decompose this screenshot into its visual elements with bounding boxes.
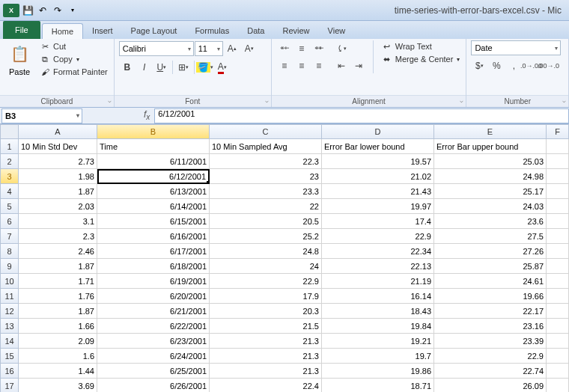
percent-format-button[interactable]: % xyxy=(488,58,505,74)
cell[interactable] xyxy=(547,304,569,319)
cell[interactable]: 3.69 xyxy=(19,379,97,392)
cell[interactable]: 23.39 xyxy=(434,334,547,349)
cell[interactable] xyxy=(547,259,569,274)
cell[interactable]: 20.3 xyxy=(210,304,322,319)
cell[interactable]: 6/14/2001 xyxy=(97,199,210,214)
cell[interactable]: 22.4 xyxy=(210,379,322,392)
name-box[interactable]: B3 xyxy=(1,108,82,123)
fx-icon[interactable]: fx xyxy=(144,109,150,121)
cut-button[interactable]: ✂Cut xyxy=(37,40,109,52)
column-header-D[interactable]: D xyxy=(322,124,434,139)
cell[interactable]: 23.16 xyxy=(434,319,547,334)
cell[interactable]: 21.43 xyxy=(322,184,434,199)
header-cell[interactable]: 10 Min Sampled Avg xyxy=(210,139,322,154)
row-header-14[interactable]: 14 xyxy=(0,334,19,349)
cell[interactable] xyxy=(547,364,569,379)
cell[interactable]: 6/11/2001 xyxy=(97,154,210,169)
formula-bar[interactable]: 6/12/2001 xyxy=(154,108,569,123)
cell[interactable]: 6/13/2001 xyxy=(97,184,210,199)
cell[interactable] xyxy=(547,214,569,229)
orientation-button[interactable]: ⤹▾ xyxy=(333,40,350,57)
tab-review[interactable]: Review xyxy=(273,23,318,39)
cell[interactable]: 21.5 xyxy=(210,319,322,334)
tab-view[interactable]: View xyxy=(319,23,355,39)
cell[interactable]: 18.43 xyxy=(322,304,434,319)
column-header-F[interactable]: F xyxy=(547,124,569,139)
cell[interactable]: 2.09 xyxy=(19,334,97,349)
cell[interactable]: 21.3 xyxy=(210,349,322,364)
cell[interactable]: 19.7 xyxy=(322,349,434,364)
wrap-text-button[interactable]: ↩Wrap Text xyxy=(380,40,462,52)
cell[interactable]: 24.61 xyxy=(434,274,547,289)
cell[interactable] xyxy=(547,349,569,364)
cell[interactable] xyxy=(547,154,569,169)
row-header-15[interactable]: 15 xyxy=(0,349,19,364)
cell[interactable]: 27.5 xyxy=(434,229,547,244)
shrink-font-button[interactable]: A▾ xyxy=(241,40,258,57)
undo-icon[interactable]: ↶ xyxy=(36,4,49,17)
accounting-format-button[interactable]: $▾ xyxy=(471,58,487,74)
align-top-button[interactable]: ⬴ xyxy=(276,40,293,57)
decrease-indent-button[interactable]: ⇤ xyxy=(333,58,350,74)
cell[interactable]: 22.74 xyxy=(434,364,547,379)
paste-button[interactable]: 📋 Paste xyxy=(4,40,34,78)
cell[interactable] xyxy=(547,289,569,304)
cell[interactable]: 2.46 xyxy=(19,244,97,259)
tab-formulas[interactable]: Formulas xyxy=(186,23,238,39)
cell[interactable]: 1.76 xyxy=(19,289,97,304)
cell[interactable]: 19.97 xyxy=(322,199,434,214)
row-header-4[interactable]: 4 xyxy=(0,184,19,199)
cell[interactable]: 19.66 xyxy=(434,289,547,304)
qat-dropdown-icon[interactable]: ▾ xyxy=(66,4,79,17)
row-header-5[interactable]: 5 xyxy=(0,199,19,214)
cell[interactable]: 1.87 xyxy=(19,304,97,319)
cell[interactable]: 23 xyxy=(210,169,322,184)
row-header-3[interactable]: 3 xyxy=(0,169,19,184)
font-color-button[interactable]: A▾ xyxy=(214,59,231,76)
grow-font-button[interactable]: A▴ xyxy=(224,40,240,57)
row-header-2[interactable]: 2 xyxy=(0,154,19,169)
merge-center-button[interactable]: ⬌Merge & Center▾ xyxy=(380,53,462,65)
select-all-corner[interactable] xyxy=(0,124,19,139)
align-left-button[interactable]: ≡ xyxy=(276,58,293,74)
borders-button[interactable]: ⊞▾ xyxy=(175,59,192,76)
cell[interactable] xyxy=(547,229,569,244)
cell[interactable]: 17.9 xyxy=(210,289,322,304)
cell[interactable]: 24.98 xyxy=(434,169,547,184)
cell[interactable]: 24.03 xyxy=(434,199,547,214)
cell[interactable] xyxy=(547,169,569,184)
cell[interactable] xyxy=(547,184,569,199)
tab-data[interactable]: Data xyxy=(238,23,273,39)
column-header-E[interactable]: E xyxy=(434,124,547,139)
align-right-button[interactable]: ≡ xyxy=(311,58,327,74)
row-header-16[interactable]: 16 xyxy=(0,364,19,379)
underline-button[interactable]: U▾ xyxy=(153,59,170,76)
cell[interactable]: 1.71 xyxy=(19,274,97,289)
font-size-combo[interactable]: 11 xyxy=(195,41,223,56)
row-header-10[interactable]: 10 xyxy=(0,274,19,289)
cell[interactable]: 2.03 xyxy=(19,199,97,214)
row-header-12[interactable]: 12 xyxy=(0,304,19,319)
cell[interactable]: 17.4 xyxy=(322,214,434,229)
cell[interactable]: 19.57 xyxy=(322,154,434,169)
cell[interactable]: 22 xyxy=(210,199,322,214)
cell[interactable]: 22.3 xyxy=(210,154,322,169)
row-header-6[interactable]: 6 xyxy=(0,214,19,229)
cell[interactable]: 24 xyxy=(210,259,322,274)
cell[interactable]: 25.2 xyxy=(210,229,322,244)
cell[interactable]: 6/26/2001 xyxy=(97,379,210,392)
cell[interactable]: 6/20/2001 xyxy=(97,289,210,304)
row-header-17[interactable]: 17 xyxy=(0,379,19,392)
cell[interactable]: 25.03 xyxy=(434,154,547,169)
number-format-combo[interactable]: Date xyxy=(471,40,561,55)
tab-file[interactable]: File xyxy=(3,21,40,39)
row-header-13[interactable]: 13 xyxy=(0,319,19,334)
cell[interactable] xyxy=(547,334,569,349)
align-middle-button[interactable]: ≡ xyxy=(293,40,310,57)
bold-button[interactable]: B xyxy=(119,59,136,76)
cell[interactable]: 1.87 xyxy=(19,184,97,199)
cell[interactable]: 24.8 xyxy=(210,244,322,259)
align-bottom-button[interactable]: ⬵ xyxy=(311,40,327,57)
header-cell[interactable] xyxy=(547,139,569,154)
cell[interactable]: 3.1 xyxy=(19,214,97,229)
